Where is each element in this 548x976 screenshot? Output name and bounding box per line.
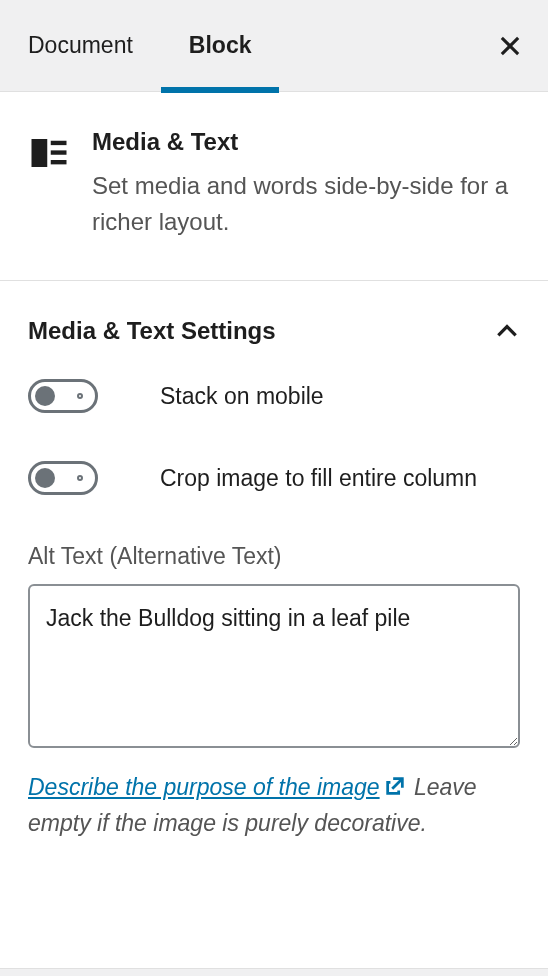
block-title: Media & Text (92, 128, 520, 156)
crop-image-row: Crop image to fill entire column (28, 461, 520, 495)
media-text-icon (28, 132, 70, 174)
svg-line-6 (392, 779, 402, 789)
crop-image-label: Crop image to fill entire column (160, 461, 477, 494)
tab-document[interactable]: Document (0, 0, 161, 92)
alt-text-help: Describe the purpose of the image Leave … (28, 770, 520, 841)
describe-image-link[interactable]: Describe the purpose of the image (28, 774, 408, 800)
tab-document-label: Document (28, 32, 133, 59)
settings-section-title: Media & Text Settings (28, 317, 276, 345)
alt-text-field: Alt Text (Alternative Text) Describe the… (28, 543, 520, 841)
close-icon (496, 32, 524, 60)
panel-bottom-border (0, 968, 548, 976)
external-link-icon (384, 775, 406, 797)
stack-on-mobile-row: Stack on mobile (28, 379, 520, 413)
tab-block-label: Block (189, 32, 252, 59)
svg-rect-4 (51, 150, 67, 154)
stack-on-mobile-toggle[interactable] (28, 379, 98, 413)
block-description: Set media and words side-by-side for a r… (92, 168, 520, 240)
alt-text-input[interactable] (28, 584, 520, 748)
crop-image-toggle[interactable] (28, 461, 98, 495)
alt-text-label: Alt Text (Alternative Text) (28, 543, 520, 570)
settings-section-header[interactable]: Media & Text Settings (28, 281, 520, 379)
stack-on-mobile-label: Stack on mobile (160, 379, 324, 412)
close-button[interactable] (494, 30, 526, 62)
svg-rect-2 (32, 139, 48, 167)
describe-image-link-text: Describe the purpose of the image (28, 774, 380, 800)
inspector-tabs: Document Block (0, 0, 548, 92)
chevron-up-icon (494, 318, 520, 344)
svg-rect-5 (51, 160, 67, 164)
svg-rect-3 (51, 141, 67, 145)
tab-block[interactable]: Block (161, 0, 280, 92)
block-info-card: Media & Text Set media and words side-by… (0, 92, 548, 281)
